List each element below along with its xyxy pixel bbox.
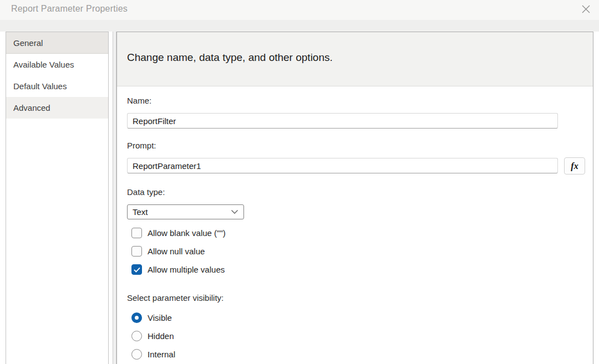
checkbox-unchecked-icon[interactable] <box>131 246 142 257</box>
visibility-label: Select parameter visibility: <box>127 293 224 303</box>
radio-unselected-icon[interactable] <box>131 331 142 341</box>
expression-fx-button[interactable]: fx <box>564 157 585 175</box>
allow-blank-checkbox-row[interactable]: Allow blank value ("") <box>131 227 226 239</box>
dialog-titlebar: Report Parameter Properties <box>0 0 599 20</box>
radio-unselected-icon[interactable] <box>131 349 142 360</box>
name-input[interactable] <box>127 113 558 129</box>
data-type-label: Data type: <box>127 187 165 197</box>
sidebar-item-available-values[interactable]: Available Values <box>6 54 108 75</box>
data-type-select[interactable]: Text <box>127 204 244 219</box>
checkbox-unchecked-icon[interactable] <box>131 228 142 238</box>
panel-header: Change name, data type, and other option… <box>117 32 593 86</box>
sidebar-item-default-values[interactable]: Default Values <box>6 75 108 97</box>
visible-label: Visible <box>148 313 172 322</box>
panel-header-text: Change name, data type, and other option… <box>127 52 333 64</box>
sidebar-nav: General Available Values Default Values … <box>6 32 109 364</box>
close-button[interactable] <box>578 3 593 17</box>
prompt-label: Prompt: <box>127 141 156 150</box>
hidden-label: Hidden <box>148 331 174 341</box>
checkmark-icon <box>134 267 140 273</box>
checkbox-checked-icon[interactable] <box>131 264 142 275</box>
name-label: Name: <box>127 96 151 105</box>
close-icon <box>581 4 591 16</box>
visibility-hidden-radio-row[interactable]: Hidden <box>131 330 174 342</box>
visibility-visible-radio-row[interactable]: Visible <box>131 312 172 324</box>
general-page-panel: Change name, data type, and other option… <box>116 32 593 364</box>
titlebar-separator-band <box>0 20 599 32</box>
allow-blank-label: Allow blank value ("") <box>148 228 226 238</box>
radio-selected-icon[interactable] <box>131 312 142 323</box>
prompt-input[interactable] <box>127 158 558 173</box>
allow-multiple-checkbox-row[interactable]: Allow multiple values <box>131 264 225 275</box>
sidebar-item-general[interactable]: General <box>6 32 108 54</box>
sidebar-item-advanced[interactable]: Advanced <box>6 97 108 119</box>
allow-null-checkbox-row[interactable]: Allow null value <box>131 245 205 257</box>
allow-multiple-label: Allow multiple values <box>148 265 225 274</box>
visibility-internal-radio-row[interactable]: Internal <box>131 348 175 360</box>
panel-splitter[interactable] <box>113 32 116 364</box>
chevron-down-icon <box>231 209 238 214</box>
allow-null-label: Allow null value <box>148 247 205 256</box>
internal-label: Internal <box>148 350 175 359</box>
dialog-title: Report Parameter Properties <box>11 4 128 14</box>
fx-icon: fx <box>571 161 578 171</box>
data-type-value: Text <box>133 207 148 217</box>
